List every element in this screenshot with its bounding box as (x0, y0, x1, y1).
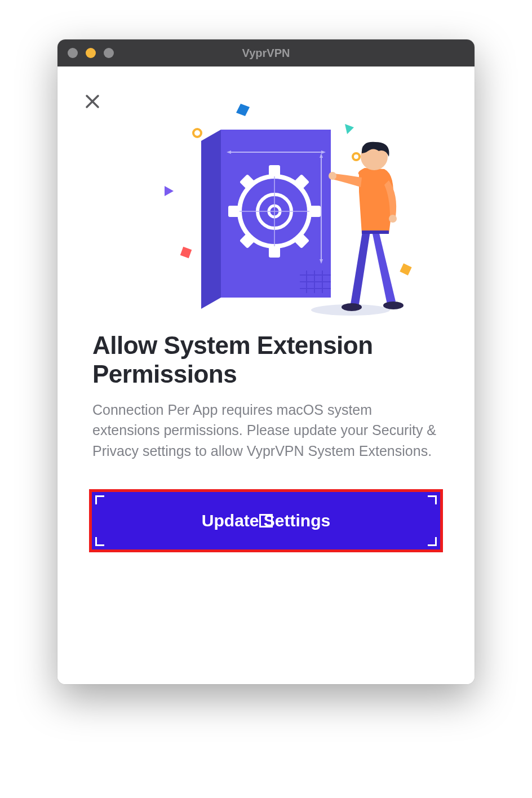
titlebar: VyprVPN (57, 39, 475, 66)
svg-point-40 (329, 172, 336, 180)
svg-rect-3 (180, 247, 192, 259)
dialog-heading: Allow System Extension Permissions (64, 321, 468, 388)
svg-point-41 (389, 215, 397, 223)
app-window: VyprVPN (57, 39, 475, 684)
close-icon (85, 94, 100, 109)
close-dialog-button[interactable] (82, 91, 103, 112)
svg-rect-24 (269, 165, 280, 176)
update-settings-button-label: Update Settings (202, 511, 330, 530)
svg-point-38 (342, 303, 362, 311)
svg-rect-26 (228, 206, 240, 217)
svg-marker-5 (236, 104, 250, 116)
minimize-window-button[interactable] (86, 48, 96, 58)
svg-rect-8 (400, 263, 411, 275)
permission-dialog: Allow System Extension Permissions Conne… (64, 73, 468, 677)
svg-marker-2 (165, 186, 174, 196)
blueprint-illustration-icon (108, 90, 424, 316)
window-content: Allow System Extension Permissions Conne… (57, 66, 475, 684)
svg-marker-11 (201, 130, 221, 309)
update-settings-button[interactable]: Update Settings (89, 489, 443, 552)
svg-point-39 (383, 302, 404, 309)
traffic-lights (57, 48, 114, 58)
window-title: VyprVPN (57, 47, 475, 60)
svg-marker-6 (345, 124, 354, 134)
close-window-button[interactable] (68, 48, 78, 58)
button-container: Update Settings (64, 461, 468, 552)
illustration (64, 85, 468, 321)
zoom-window-button[interactable] (104, 48, 114, 58)
svg-point-4 (193, 129, 201, 137)
svg-point-7 (353, 153, 360, 160)
svg-rect-25 (269, 246, 280, 258)
svg-rect-27 (309, 206, 321, 217)
dialog-body-text: Connection Per App requires macOS system… (64, 388, 468, 461)
